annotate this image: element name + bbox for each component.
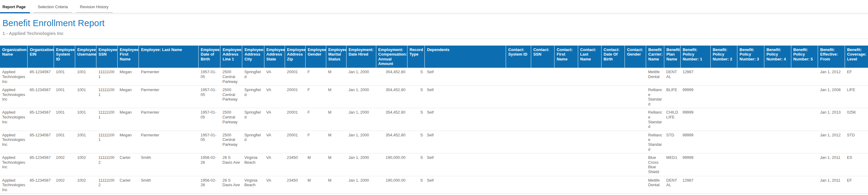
cell-dependents: Self: [425, 68, 506, 85]
tab-bar: Report Page Selection Criteria Revision …: [0, 0, 868, 13]
cell-employee-first-name: Carter: [118, 154, 139, 176]
cell-employee-gender: F: [305, 68, 326, 85]
cell-employee-address-city: Virginia Beach: [242, 154, 264, 176]
cell-benefit-policy-number-2: [710, 108, 737, 131]
cell-employee-marital-status: M: [326, 86, 346, 108]
cell-benefit-plan-name: DENTAL: [664, 176, 681, 194]
column-header-benefit-coverage-level: Benefit: Coverage: Level: [845, 46, 868, 68]
cell-benefit-policy-number-2: [710, 176, 737, 194]
tab-report-page[interactable]: Report Page: [0, 1, 30, 13]
cell-benefit-effective-from: Jan 1, 2011: [818, 154, 845, 176]
cell-employee-address-line-1: 26 S Davis Ave: [220, 154, 242, 176]
cell-contact-last-name: [578, 108, 601, 131]
cell-contact-last-name: [578, 154, 601, 176]
tab-selection-criteria[interactable]: Selection Criteria: [34, 1, 72, 13]
cell-contact-ssn: [531, 131, 554, 153]
cell-organization-name: Applied Technologies Inc: [0, 108, 28, 131]
cell-benefit-carrier-name: Metlife Dental: [646, 176, 664, 194]
table-row: Applied Technologies Inc85-1234567100110…: [0, 68, 868, 85]
cell-dependents: Self: [425, 86, 506, 108]
cell-employee-gender: F: [305, 86, 326, 108]
cell-employment-date-hired: Jan 1, 2000: [346, 154, 376, 176]
table-header-row: Organization: NameOrganization: EINEmplo…: [0, 46, 868, 68]
tab-revision-history[interactable]: Revision History: [76, 1, 113, 13]
cell-contact-system-id: [506, 86, 531, 108]
cell-benefit-policy-number-4: [764, 86, 791, 108]
cell-employee-ssn: 111111001: [96, 86, 118, 108]
cell-employee-system-id: 1001: [54, 86, 75, 108]
cell-employment-compensation-annual-amount: 354,452.80: [376, 131, 407, 153]
cell-contact-last-name: [578, 194, 601, 195]
cell-benefit-policy-number-5: [791, 68, 818, 85]
cell-organization-ein: 85-1234567: [28, 176, 54, 194]
column-header-employee-address-city: Employee: Address City: [242, 46, 264, 68]
cell-employment-compensation-annual-amount: 354,452.80: [376, 86, 407, 108]
cell-contact-system-id: [506, 176, 531, 194]
report-table-container: Organization: NameOrganization: EINEmplo…: [0, 46, 868, 195]
cell-employment-compensation-annual-amount: 190,000.00: [376, 176, 407, 194]
cell-benefit-coverage-level: ES: [845, 154, 868, 176]
cell-employee-address-zip: 20001: [285, 68, 305, 85]
cell-benefit-plan-name: DENTAL: [664, 68, 681, 85]
cell-employee-address-line-1: 2500 Central Parkway: [220, 68, 242, 85]
cell-contact-first-name: [555, 108, 578, 131]
cell-employee-ssn: 111111002: [96, 176, 118, 194]
column-header-benefit-policy-number-5: Benefit: Policy Number: 5: [791, 46, 818, 68]
cell-employee-address-zip: 23450: [285, 176, 305, 194]
cell-employee-marital-status: M: [326, 68, 346, 85]
cell-employee-system-id: 1002: [54, 176, 75, 194]
cell-employee-username: 1001: [75, 108, 96, 131]
cell-organization-name: Applied Technologies Inc: [0, 194, 28, 195]
cell-record-type: S: [407, 176, 425, 194]
section-divider: [0, 38, 868, 39]
cell-benefit-policy-number-5: [791, 194, 818, 195]
cell-benefit-policy-number-4: [764, 108, 791, 131]
table-row: Applied Technologies Inc85-1234567100210…: [0, 176, 868, 194]
cell-employee-username: 1002: [75, 194, 96, 195]
cell-benefit-policy-number-3: [737, 86, 764, 108]
cell-organization-name: Applied Technologies Inc: [0, 154, 28, 176]
cell-employee-gender: F: [305, 108, 326, 131]
cell-employee-address-city: Virginia Beach: [242, 194, 264, 195]
cell-contact-first-name: [555, 194, 578, 195]
cell-employee-username: 1001: [75, 131, 96, 153]
cell-employee-address-zip: 20001: [285, 131, 305, 153]
cell-benefit-plan-name: BLIFE: [664, 86, 681, 108]
cell-employee-marital-status: M: [326, 108, 346, 131]
cell-benefit-policy-number-3: [737, 68, 764, 85]
cell-employee-address-city: Springfield: [242, 86, 264, 108]
cell-benefit-plan-name: STD: [664, 131, 681, 153]
cell-benefit-policy-number-4: [764, 68, 791, 85]
cell-benefit-policy-number-3: [737, 154, 764, 176]
column-header-benefit-policy-number-1: Benefit: Policy Number: 1: [680, 46, 710, 68]
cell-contact-gender: [625, 108, 646, 131]
cell-employee-first-name: Megan: [118, 108, 139, 131]
cell-benefit-policy-number-5: [791, 108, 818, 131]
cell-benefit-policy-number-5: [791, 131, 818, 153]
page-subtitle: 1 - Applied Technologies Inc: [2, 31, 868, 36]
cell-employment-compensation-annual-amount: 354,452.80: [376, 108, 407, 131]
cell-employee-system-id: 1001: [54, 108, 75, 131]
cell-employee-address-line-1: 26 S Davis Ave: [220, 194, 242, 195]
cell-benefit-coverage-level: EF: [845, 68, 868, 85]
cell-contact-gender: [625, 154, 646, 176]
cell-contact-ssn: [531, 194, 554, 195]
cell-employee-address-zip: 23450: [285, 194, 305, 195]
page-title: Benefit Enrollment Report: [2, 18, 868, 28]
cell-contact-first-name: [555, 176, 578, 194]
column-header-benefit-policy-number-3: Benefit: Policy Number: 3: [737, 46, 764, 68]
cell-employee-date-of-birth: 1956-02-26: [198, 154, 220, 176]
cell-record-type: S: [407, 194, 425, 195]
column-header-employee-marital-status: Employee: Marital Status: [326, 46, 346, 68]
cell-employee-address-zip: 20001: [285, 108, 305, 131]
column-header-benefit-carrier-name: Benefit Carrier: Name: [646, 46, 664, 68]
cell-benefit-carrier-name: Relliance Standard: [646, 108, 664, 131]
column-header-contact-ssn: Contact: SSN: [531, 46, 554, 68]
table-header: Organization: NameOrganization: EINEmplo…: [0, 46, 868, 68]
cell-contact-gender: [625, 176, 646, 194]
cell-employee-ssn: 111111001: [96, 108, 118, 131]
column-header-employment-compensation-annual-amount: Employment: Compensation: Annual Amount: [376, 46, 407, 68]
cell-benefit-policy-number-1: 99999: [680, 131, 710, 153]
cell-benefit-carrier-name: Relliance Standard: [646, 194, 664, 195]
cell-contact-ssn: [531, 154, 554, 176]
